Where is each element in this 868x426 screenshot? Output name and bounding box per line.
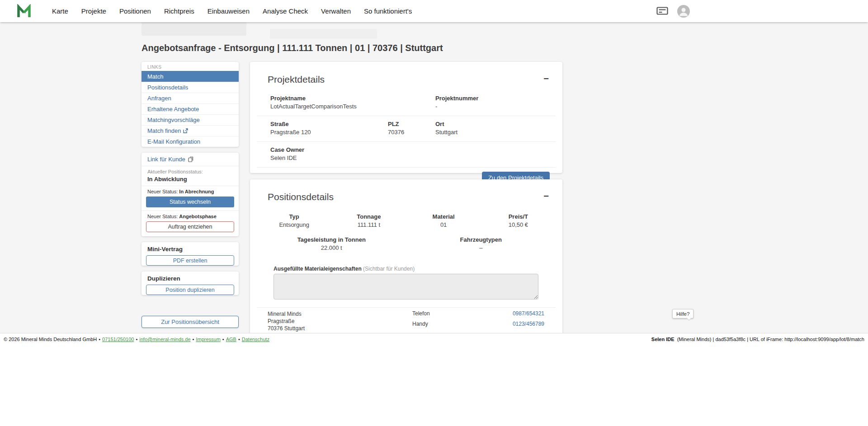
next-status2-row: Neuer Status: Angebotsphase xyxy=(142,211,239,220)
street-label: Straße xyxy=(270,121,388,127)
nav-analyse-check[interactable]: Analyse Check xyxy=(263,7,308,15)
contact-city: 70376 Stuttgart xyxy=(268,325,305,332)
collapse-icon[interactable]: − xyxy=(543,74,549,83)
footer-separator: • xyxy=(99,337,100,342)
sidebar-item-label: E-Mail Konfiguration xyxy=(147,138,200,145)
links-header: LINKS xyxy=(142,62,239,71)
collapse-icon[interactable]: − xyxy=(543,192,549,201)
scrolled-content-placeholder-2 xyxy=(270,29,377,39)
plz-value: 70376 xyxy=(388,129,435,136)
footer-impressum-link[interactable]: Impressum xyxy=(196,337,220,342)
customer-link[interactable]: Link für Kunde xyxy=(142,153,239,166)
contact-numbers: Telefon 0987/654321 Handy 0123/456789 xyxy=(412,310,544,332)
duplicate-position-button[interactable]: Position duplizieren xyxy=(146,285,234,295)
daily-output-value: 22.000 t xyxy=(257,244,406,251)
change-status-button[interactable]: Status wechseln xyxy=(146,197,234,207)
plz-label: PLZ xyxy=(388,121,435,127)
current-status-block: Aktueller Positionsstatus: In Abwicklung xyxy=(142,166,239,186)
project-row-3: Case Owner Selen IDE xyxy=(257,142,556,168)
page-title: Angebotsanfrage - Entsorgung | 111.111 T… xyxy=(142,43,443,53)
sidebar-item-erhaltene-angebote[interactable]: Erhaltene Angebote xyxy=(142,103,239,114)
mobile-link[interactable]: 0123/456789 xyxy=(513,321,544,327)
position-overview-button[interactable]: Zur Positionsübersicht xyxy=(142,316,239,328)
main-navigation: Karte Projekte Positionen Richtpreis Ein… xyxy=(52,7,412,15)
current-status-label: Aktueller Positionsstatus: xyxy=(147,169,233,174)
material-label: Material xyxy=(406,213,481,220)
contact-block: Mineral Minds Pragstraße 70376 Stuttgart… xyxy=(268,310,544,332)
brand-logo[interactable] xyxy=(16,4,33,19)
tonnage-label: Tonnage xyxy=(331,213,406,220)
project-number-label: Projektnummer xyxy=(435,95,478,102)
external-link-icon xyxy=(183,128,188,133)
material-properties-textarea[interactable] xyxy=(274,274,538,300)
footer-datenschutz-link[interactable]: Datenschutz xyxy=(242,337,269,342)
sidebar: LINKS Match Positionsdetails Anfragen Er… xyxy=(142,62,239,300)
top-navbar: Karte Projekte Positionen Richtpreis Ein… xyxy=(0,0,868,22)
nav-verwalten[interactable]: Verwalten xyxy=(321,7,351,15)
content-area: Angebotsanfrage - Entsorgung | 111.111 T… xyxy=(0,22,868,333)
sidebar-item-matchingvorschlaege[interactable]: Matchingvorschläge xyxy=(142,114,239,125)
footer-user: Selen IDE xyxy=(651,337,675,342)
position-details-card: Positionsdetails − Typ Entsorgung Tonnag… xyxy=(250,179,562,333)
sidebar-item-label: Matchingvorschläge xyxy=(147,117,200,123)
next-status-row: Neuer Status: In Abrechnung xyxy=(142,186,239,196)
footer-phone-link[interactable]: 07151/250100 xyxy=(102,337,134,342)
position-summary-row: Typ Entsorgung Tonnage 111.111 t Materia… xyxy=(257,213,556,228)
project-name-value: LotActualTargetComparisonTests xyxy=(270,103,435,110)
app-viewport: Karte Projekte Positionen Richtpreis Ein… xyxy=(0,0,868,426)
phone-label: Telefon xyxy=(412,310,430,317)
project-row-2: Straße Pragstraße 120 PLZ 70376 Ort Stut… xyxy=(257,116,556,142)
contact-street: Pragstraße xyxy=(268,318,305,325)
footer-email-link[interactable]: info@mineral-minds.de xyxy=(139,337,190,342)
sidebar-item-positionsdetails[interactable]: Positionsdetails xyxy=(142,82,239,93)
footer-agb-link[interactable]: AGB xyxy=(226,337,236,342)
sidebar-item-anfragen[interactable]: Anfragen xyxy=(142,93,239,103)
position-card-header: Positionsdetails − xyxy=(250,179,562,202)
mobile-label: Handy xyxy=(412,321,428,327)
typ-label: Typ xyxy=(257,213,331,220)
next-status2-label: Neuer Status: xyxy=(147,214,178,219)
nav-projekte[interactable]: Projekte xyxy=(81,7,106,15)
typ-value: Entsorgung xyxy=(257,221,331,228)
create-pdf-button[interactable]: PDF erstellen xyxy=(146,255,234,266)
sidebar-item-email-konfiguration[interactable]: E-Mail Konfiguration xyxy=(142,136,239,147)
daily-output-label: Tagesleistung in Tonnen xyxy=(257,236,406,243)
footer-separator: • xyxy=(136,337,137,342)
revoke-order-button[interactable]: Auftrag entziehen xyxy=(146,221,234,232)
tonnage-value: 111.111 t xyxy=(331,221,406,228)
phone-link[interactable]: 0987/654321 xyxy=(513,310,544,317)
nav-richtpreis[interactable]: Richtpreis xyxy=(164,7,194,15)
material-value: 01 xyxy=(406,221,481,228)
material-properties-label-text: Ausgefüllte Materialeigenschaften xyxy=(274,266,362,272)
sidebar-item-label: Match finden xyxy=(147,127,181,134)
user-avatar[interactable] xyxy=(677,5,690,19)
case-owner-label: Case Owner xyxy=(270,146,304,153)
city-value: Stuttgart xyxy=(435,129,458,136)
duplicate-card: Duplizieren Position duplizieren xyxy=(142,272,239,295)
project-row-1: Projektname LotActualTargetComparisonTes… xyxy=(257,90,556,116)
footer-separator: • xyxy=(193,337,194,342)
sidebar-item-match[interactable]: Match xyxy=(142,71,239,82)
street-value: Pragstraße 120 xyxy=(270,129,388,136)
project-fields: Projektname LotActualTargetComparisonTes… xyxy=(257,90,556,168)
sidebar-item-label: Anfragen xyxy=(147,95,171,102)
nav-einbauweisen[interactable]: Einbauweisen xyxy=(208,7,250,15)
footer-left: © 2026 Mineral Minds Deutschland GmbH • … xyxy=(4,337,269,342)
status-card: Link für Kunde Aktueller Positionsstatus… xyxy=(142,153,239,236)
nav-karte[interactable]: Karte xyxy=(52,7,68,15)
project-card-title: Projektdetails xyxy=(268,74,325,85)
help-button[interactable]: Hilfe? xyxy=(672,309,693,318)
nav-positionen[interactable]: Positionen xyxy=(119,7,151,15)
sidebar-item-match-finden[interactable]: Match finden xyxy=(142,125,239,136)
next-status2-value: Angebotsphase xyxy=(179,214,217,219)
card-panel-icon[interactable] xyxy=(656,7,668,17)
copy-icon xyxy=(188,156,193,162)
footer-bar: © 2026 Mineral Minds Deutschland GmbH • … xyxy=(0,333,868,345)
nav-so-funktionierts[interactable]: So funktioniert's xyxy=(364,7,412,15)
sidebar-item-label: Erhaltene Angebote xyxy=(147,106,199,112)
city-label: Ort xyxy=(435,121,458,127)
project-details-card: Projektdetails − Projektname LotActualTa… xyxy=(250,62,562,173)
contact-address: Mineral Minds Pragstraße 70376 Stuttgart xyxy=(268,310,305,332)
vehicle-types-value: – xyxy=(406,244,556,251)
footer-copyright: © 2026 Mineral Minds Deutschland GmbH xyxy=(4,337,97,342)
